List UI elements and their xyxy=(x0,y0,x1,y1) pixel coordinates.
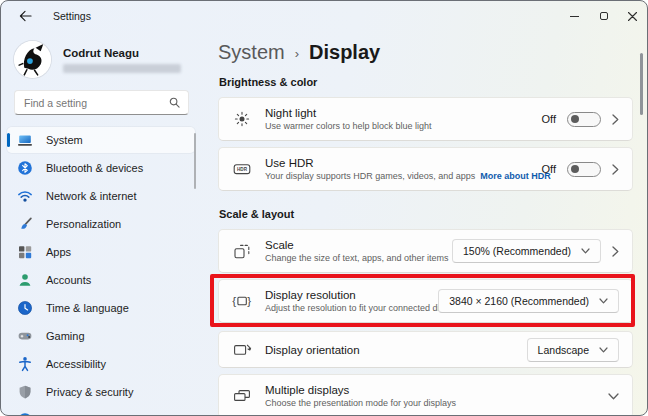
breadcrumb-parent[interactable]: System xyxy=(218,41,285,64)
content-scrollbar[interactable] xyxy=(640,53,643,115)
chevron-down-icon xyxy=(581,248,590,254)
sidebar-item-accounts[interactable]: Accounts xyxy=(7,267,195,293)
search-box[interactable] xyxy=(14,90,189,115)
sidebar-item-label: Gaming xyxy=(46,330,85,342)
use-hdr-toggle[interactable] xyxy=(567,162,601,177)
multiple-displays-card[interactable]: Multiple displays Choose the presentatio… xyxy=(218,374,633,415)
sidebar-item-label: Accessibility xyxy=(46,358,106,370)
hdr-icon: HDR xyxy=(232,159,252,179)
accounts-icon xyxy=(17,272,33,288)
main-content: System › Display Brightness & color Nigh… xyxy=(201,31,647,415)
settings-window: Settings xyxy=(0,0,648,416)
profile-name: Codrut Neagu xyxy=(63,47,181,59)
svg-text:{: { xyxy=(232,295,236,307)
display-orientation-title: Display orientation xyxy=(265,344,519,356)
display-resolution-icon: { } xyxy=(232,291,252,311)
close-icon xyxy=(628,12,637,21)
display-resolution-dropdown[interactable]: 3840 × 2160 (Recommended) xyxy=(438,289,619,313)
sidebar-item-gaming[interactable]: Gaming xyxy=(7,323,195,349)
display-orientation-card[interactable]: Display orientation Landscape xyxy=(218,331,633,368)
toggle-knob xyxy=(571,115,579,123)
maximize-icon xyxy=(600,12,608,20)
multiple-displays-subtitle: Choose the presentation mode for your di… xyxy=(265,398,600,408)
search-input[interactable] xyxy=(24,97,169,109)
scale-dropdown[interactable]: 150% (Recommended) xyxy=(452,239,601,263)
sidebar-item-personalization[interactable]: Personalization xyxy=(7,211,195,237)
night-light-toggle[interactable] xyxy=(567,112,601,127)
night-light-card[interactable]: Night light Use warmer colors to help bl… xyxy=(218,97,633,141)
multiple-displays-icon xyxy=(232,386,252,406)
chevron-right-icon xyxy=(612,246,619,257)
sidebar-item-label: Privacy & security xyxy=(46,386,133,398)
sidebar-item-accessibility[interactable]: Accessibility xyxy=(7,351,195,377)
scale-icon xyxy=(232,241,252,261)
sidebar-item-windows-update[interactable]: Windows Update xyxy=(7,407,195,416)
breadcrumb: System › Display xyxy=(218,41,633,64)
time-language-icon xyxy=(17,300,33,316)
back-icon xyxy=(19,10,32,22)
sidebar-item-label: Personalization xyxy=(46,218,121,230)
display-resolution-dropdown-value: 3840 × 2160 (Recommended) xyxy=(449,295,589,307)
use-hdr-subtitle: Your display supports HDR games, videos,… xyxy=(265,171,475,181)
sidebar-item-privacy-security[interactable]: Privacy & security xyxy=(7,379,195,405)
more-about-hdr-link[interactable]: More about HDR xyxy=(480,171,551,181)
privacy-security-icon xyxy=(17,384,33,400)
display-orientation-icon xyxy=(232,340,252,360)
search-icon xyxy=(169,97,180,108)
windows-update-icon xyxy=(17,412,33,416)
svg-text:HDR: HDR xyxy=(237,167,248,172)
caption-buttons xyxy=(560,1,647,31)
sidebar-item-time-language[interactable]: Time & language xyxy=(7,295,195,321)
sidebar-scrollbar[interactable] xyxy=(194,133,197,189)
bluetooth-icon xyxy=(17,160,33,176)
night-light-title: Night light xyxy=(265,107,534,119)
chevron-right-icon xyxy=(612,114,619,125)
multiple-displays-title: Multiple displays xyxy=(265,384,600,396)
use-hdr-toggle-state: Off xyxy=(542,163,556,175)
night-light-subtitle: Use warmer colors to help block blue lig… xyxy=(265,121,534,131)
apps-icon xyxy=(17,244,33,260)
scale-card[interactable]: Scale Change the size of text, apps, and… xyxy=(218,229,633,273)
profile-email-blurred xyxy=(63,64,181,73)
sidebar-item-label: Bluetooth & devices xyxy=(46,162,143,174)
chevron-down-icon xyxy=(608,393,619,400)
close-button[interactable] xyxy=(618,1,647,31)
network-icon xyxy=(17,188,33,204)
scale-title: Scale xyxy=(265,239,444,251)
window-title: Settings xyxy=(53,10,91,22)
scale-dropdown-value: 150% (Recommended) xyxy=(463,245,571,257)
display-orientation-dropdown[interactable]: Landscape xyxy=(527,338,619,362)
sidebar-item-label: Time & language xyxy=(46,302,129,314)
maximize-button[interactable] xyxy=(589,1,618,31)
back-button[interactable] xyxy=(15,6,35,26)
display-resolution-subtitle: Adjust the resolution to fit your connec… xyxy=(265,303,430,313)
sidebar-item-system[interactable]: System xyxy=(7,127,195,153)
sidebar-item-apps[interactable]: Apps xyxy=(7,239,195,265)
sidebar: Codrut Neagu xyxy=(1,31,201,415)
sidebar-nav: System Bluetooth & devices xyxy=(1,127,201,416)
accessibility-icon xyxy=(17,356,33,372)
display-resolution-card[interactable]: { } Display resolution Adjust the resolu… xyxy=(218,279,633,323)
gaming-icon xyxy=(17,328,33,344)
night-light-toggle-state: Off xyxy=(542,113,556,125)
profile[interactable]: Codrut Neagu xyxy=(1,35,201,88)
use-hdr-card[interactable]: HDR Use HDR Your display supports HDR ga… xyxy=(218,147,633,191)
breadcrumb-separator-icon: › xyxy=(295,44,299,61)
minimize-icon xyxy=(570,16,579,17)
chevron-right-icon xyxy=(612,164,619,175)
system-icon xyxy=(17,132,33,148)
section-brightness-color: Brightness & color xyxy=(219,76,633,88)
sidebar-item-network-internet[interactable]: Network & internet xyxy=(7,183,195,209)
sidebar-item-label: Apps xyxy=(46,246,71,258)
sidebar-item-label: Accounts xyxy=(46,274,91,286)
night-light-icon xyxy=(232,109,252,129)
scale-subtitle: Change the size of text, apps, and other… xyxy=(265,253,444,263)
sidebar-item-bluetooth-devices[interactable]: Bluetooth & devices xyxy=(7,155,195,181)
use-hdr-title: Use HDR xyxy=(265,157,534,169)
section-scale-layout: Scale & layout xyxy=(219,208,633,220)
sidebar-item-label: Network & internet xyxy=(46,190,136,202)
titlebar: Settings xyxy=(1,1,647,31)
minimize-button[interactable] xyxy=(560,1,589,31)
display-orientation-dropdown-value: Landscape xyxy=(538,344,589,356)
page-title: Display xyxy=(309,41,380,64)
